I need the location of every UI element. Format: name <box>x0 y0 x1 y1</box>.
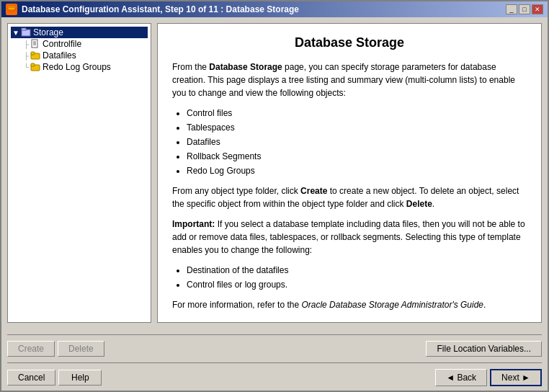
intro-paragraph: From the Database Storage page, you can … <box>172 61 527 99</box>
para4-start: For more information, refer to the <box>172 300 301 310</box>
minimize-button[interactable]: _ <box>506 4 517 14</box>
tree-panel: ▼ Storage ├ Controlfile <box>7 23 151 323</box>
app-icon <box>6 4 17 15</box>
tree-label-storage: Storage <box>33 27 63 37</box>
next-button[interactable]: Next ► <box>490 369 542 386</box>
svg-rect-5 <box>22 28 26 30</box>
controlfile-icon <box>30 39 40 49</box>
para4-italic: Oracle Database Storage Administrator's … <box>301 300 483 310</box>
para4: For more information, refer to the Oracl… <box>172 298 527 311</box>
next-label: Next <box>501 373 519 383</box>
para3: Important: If you select a database temp… <box>172 218 527 257</box>
tree-label-redo: Redo Log Groups <box>43 62 111 72</box>
para2-delete: Delete <box>406 199 432 209</box>
list2-item-1: Destination of the datafiles <box>187 264 527 277</box>
back-next-buttons: ◄ Back Next ► <box>435 369 542 386</box>
datafiles-icon <box>30 51 40 60</box>
help-button[interactable]: Help <box>58 370 102 386</box>
create-delete-buttons: Create Delete <box>7 341 104 357</box>
delete-button[interactable]: Delete <box>58 341 104 357</box>
title-bar: Database Configuration Assistant, Step 1… <box>1 1 548 17</box>
bottom-bar: Create Delete File Location Variables...… <box>1 329 548 391</box>
back-arrow: ◄ <box>446 373 457 383</box>
tree-item-storage[interactable]: ▼ Storage <box>11 27 148 38</box>
window-title: Database Configuration Assistant, Step 1… <box>22 4 299 14</box>
create-button[interactable]: Create <box>7 341 55 357</box>
title-bar-left: Database Configuration Assistant, Step 1… <box>6 4 299 15</box>
svg-rect-13 <box>31 63 35 66</box>
feature-list: Control files Tablespaces Datafiles Roll… <box>187 107 527 177</box>
expand-icon-redo: └ <box>24 63 29 71</box>
redo-log-icon <box>30 63 40 71</box>
list-item-3: Datafiles <box>187 135 527 148</box>
back-button[interactable]: ◄ Back <box>435 369 487 386</box>
bottom-row1: Create Delete File Location Variables... <box>7 341 542 357</box>
para2-start: From any object type folder, click <box>172 186 300 196</box>
tree-item-controlfile[interactable]: ├ Controlfile <box>11 38 148 50</box>
content-panel: Database Storage From the Database Stora… <box>157 23 542 323</box>
svg-rect-11 <box>31 52 35 55</box>
para3-important: Important: <box>172 219 215 229</box>
bottom-row2: Cancel Help ◄ Back Next ► <box>7 369 542 386</box>
expand-icon-controlfile: ├ <box>24 40 29 48</box>
list-item-1: Control files <box>187 107 527 120</box>
file-location-button[interactable]: File Location Variables... <box>426 341 542 357</box>
para2-end: . <box>432 199 434 209</box>
storage-icon <box>21 27 31 37</box>
expand-icon-storage: ▼ <box>12 29 19 37</box>
cancel-help-buttons: Cancel Help <box>7 370 102 386</box>
para4-end: . <box>483 300 486 310</box>
tree-item-datafiles[interactable]: ├ Datafiles <box>11 50 148 61</box>
tree-label-controlfile: Controlfile <box>43 39 81 49</box>
title-bar-buttons: _ □ ✕ <box>506 4 543 14</box>
feature-list-2: Destination of the datafiles Control fil… <box>187 264 527 291</box>
main-window: Database Configuration Assistant, Step 1… <box>0 0 549 392</box>
close-button[interactable]: ✕ <box>532 4 543 14</box>
separator-1 <box>7 334 542 335</box>
list-item-5: Redo Log Groups <box>187 164 527 177</box>
list2-item-2: Control files or log groups. <box>187 278 527 291</box>
page-body: From the Database Storage page, you can … <box>172 61 527 311</box>
separator-2 <box>7 362 542 363</box>
expand-icon-datafiles: ├ <box>24 52 29 60</box>
list-item-2: Tablespaces <box>187 121 527 134</box>
page-title: Database Storage <box>172 35 527 50</box>
content-area: ▼ Storage ├ Controlfile <box>1 17 548 329</box>
back-label: Back <box>457 373 476 383</box>
para2: From any object type folder, click Creat… <box>172 184 527 210</box>
tree-item-redo-log-groups[interactable]: └ Redo Log Groups <box>11 61 148 73</box>
next-arrow: ► <box>519 373 530 383</box>
intro-bold: Database Storage <box>209 62 282 72</box>
cancel-button[interactable]: Cancel <box>7 370 55 386</box>
list-item-4: Rollback Segments <box>187 150 527 163</box>
maximize-button[interactable]: □ <box>519 4 530 14</box>
tree-label-datafiles: Datafiles <box>43 50 76 61</box>
para3-rest: If you select a database template includ… <box>172 219 525 255</box>
para2-create: Create <box>300 186 327 196</box>
